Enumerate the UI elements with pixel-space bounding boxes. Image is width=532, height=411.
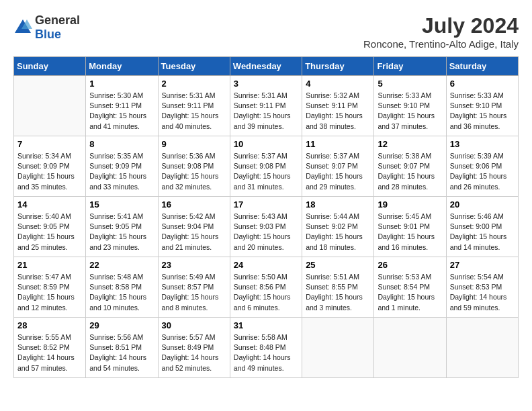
day-info: Sunrise: 5:36 AM Sunset: 9:08 PM Dayligh…	[162, 151, 226, 192]
calendar-day: 4Sunrise: 5:32 AM Sunset: 9:11 PM Daylig…	[302, 76, 374, 136]
weekday-header-friday: Friday	[374, 57, 446, 76]
day-number: 8	[89, 139, 154, 149]
day-number: 30	[162, 320, 226, 330]
day-info: Sunrise: 5:30 AM Sunset: 9:11 PM Dayligh…	[89, 91, 154, 132]
day-number: 15	[89, 199, 154, 210]
day-number: 13	[450, 139, 515, 149]
day-info: Sunrise: 5:37 AM Sunset: 9:08 PM Dayligh…	[234, 151, 298, 192]
day-info: Sunrise: 5:42 AM Sunset: 9:04 PM Dayligh…	[162, 212, 226, 253]
title-block: July 2024 Roncone, Trentino-Alto Adige, …	[363, 13, 519, 50]
day-number: 18	[306, 199, 370, 210]
day-number: 10	[234, 139, 298, 149]
day-number: 21	[17, 260, 82, 270]
calendar-week-3: 14Sunrise: 5:40 AM Sunset: 9:05 PM Dayli…	[14, 197, 519, 257]
calendar-day: 17Sunrise: 5:43 AM Sunset: 9:03 PM Dayli…	[230, 197, 302, 257]
calendar-day: 30Sunrise: 5:57 AM Sunset: 8:49 PM Dayli…	[158, 318, 230, 378]
calendar-day: 23Sunrise: 5:49 AM Sunset: 8:57 PM Dayli…	[158, 257, 230, 318]
calendar-day: 10Sunrise: 5:37 AM Sunset: 9:08 PM Dayli…	[230, 136, 302, 197]
calendar-day: 21Sunrise: 5:47 AM Sunset: 8:59 PM Dayli…	[14, 257, 86, 318]
day-info: Sunrise: 5:43 AM Sunset: 9:03 PM Dayligh…	[234, 212, 298, 253]
calendar-day: 26Sunrise: 5:53 AM Sunset: 8:54 PM Dayli…	[374, 257, 446, 318]
day-number: 19	[378, 199, 442, 210]
calendar-day: 1Sunrise: 5:30 AM Sunset: 9:11 PM Daylig…	[86, 76, 158, 136]
day-info: Sunrise: 5:55 AM Sunset: 8:52 PM Dayligh…	[17, 332, 82, 373]
calendar-day: 24Sunrise: 5:50 AM Sunset: 8:56 PM Dayli…	[230, 257, 302, 318]
day-number: 6	[450, 79, 515, 89]
logo-line2: Blue	[35, 28, 80, 42]
weekday-header-saturday: Saturday	[446, 57, 518, 76]
day-number: 12	[378, 139, 442, 149]
logo-icon	[13, 18, 32, 37]
day-number: 14	[17, 199, 82, 210]
calendar-day: 20Sunrise: 5:46 AM Sunset: 9:00 PM Dayli…	[446, 197, 518, 257]
calendar-day: 12Sunrise: 5:38 AM Sunset: 9:07 PM Dayli…	[374, 136, 446, 197]
calendar-day: 3Sunrise: 5:31 AM Sunset: 9:11 PM Daylig…	[230, 76, 302, 136]
calendar-day: 25Sunrise: 5:51 AM Sunset: 8:55 PM Dayli…	[302, 257, 374, 318]
calendar-day: 18Sunrise: 5:44 AM Sunset: 9:02 PM Dayli…	[302, 197, 374, 257]
calendar-day: 7Sunrise: 5:34 AM Sunset: 9:09 PM Daylig…	[14, 136, 86, 197]
day-number: 3	[234, 79, 298, 89]
day-number: 29	[89, 320, 154, 330]
day-number: 24	[234, 260, 298, 270]
day-number: 28	[17, 320, 82, 330]
day-info: Sunrise: 5:37 AM Sunset: 9:07 PM Dayligh…	[306, 151, 370, 192]
day-number: 27	[450, 260, 515, 270]
day-info: Sunrise: 5:47 AM Sunset: 8:59 PM Dayligh…	[17, 272, 82, 313]
calendar-day	[446, 318, 518, 378]
calendar-day	[302, 318, 374, 378]
day-info: Sunrise: 5:57 AM Sunset: 8:49 PM Dayligh…	[162, 332, 226, 373]
calendar-day: 11Sunrise: 5:37 AM Sunset: 9:07 PM Dayli…	[302, 136, 374, 197]
day-number: 25	[306, 260, 370, 270]
day-number: 9	[162, 139, 226, 149]
calendar-day: 28Sunrise: 5:55 AM Sunset: 8:52 PM Dayli…	[14, 318, 86, 378]
day-info: Sunrise: 5:54 AM Sunset: 8:53 PM Dayligh…	[450, 272, 515, 313]
calendar-day: 27Sunrise: 5:54 AM Sunset: 8:53 PM Dayli…	[446, 257, 518, 318]
calendar-week-4: 21Sunrise: 5:47 AM Sunset: 8:59 PM Dayli…	[14, 257, 519, 318]
calendar-day: 8Sunrise: 5:35 AM Sunset: 9:09 PM Daylig…	[86, 136, 158, 197]
day-number: 20	[450, 199, 515, 210]
calendar-day: 5Sunrise: 5:33 AM Sunset: 9:10 PM Daylig…	[374, 76, 446, 136]
calendar-week-2: 7Sunrise: 5:34 AM Sunset: 9:09 PM Daylig…	[14, 136, 519, 197]
day-number: 17	[234, 199, 298, 210]
logo: General Blue	[13, 13, 80, 42]
day-info: Sunrise: 5:58 AM Sunset: 8:48 PM Dayligh…	[234, 332, 298, 373]
day-info: Sunrise: 5:32 AM Sunset: 9:11 PM Dayligh…	[306, 91, 370, 132]
day-info: Sunrise: 5:48 AM Sunset: 8:58 PM Dayligh…	[89, 272, 154, 313]
calendar-day: 29Sunrise: 5:56 AM Sunset: 8:51 PM Dayli…	[86, 318, 158, 378]
calendar-day: 13Sunrise: 5:39 AM Sunset: 9:06 PM Dayli…	[446, 136, 518, 197]
day-number: 26	[378, 260, 442, 270]
day-info: Sunrise: 5:44 AM Sunset: 9:02 PM Dayligh…	[306, 212, 370, 253]
day-number: 16	[162, 199, 226, 210]
day-info: Sunrise: 5:33 AM Sunset: 9:10 PM Dayligh…	[378, 91, 442, 132]
day-info: Sunrise: 5:35 AM Sunset: 9:09 PM Dayligh…	[89, 151, 154, 192]
calendar-day	[374, 318, 446, 378]
calendar-day	[14, 76, 86, 136]
day-number: 22	[89, 260, 154, 270]
day-number: 5	[378, 79, 442, 89]
month-year: July 2024	[363, 13, 519, 38]
day-number: 23	[162, 260, 226, 270]
calendar-day: 22Sunrise: 5:48 AM Sunset: 8:58 PM Dayli…	[86, 257, 158, 318]
logo-line1: General	[35, 13, 80, 28]
day-info: Sunrise: 5:33 AM Sunset: 9:10 PM Dayligh…	[450, 91, 515, 132]
day-number: 2	[162, 79, 226, 89]
weekday-header-thursday: Thursday	[302, 57, 374, 76]
calendar-week-5: 28Sunrise: 5:55 AM Sunset: 8:52 PM Dayli…	[14, 318, 519, 378]
calendar-day: 31Sunrise: 5:58 AM Sunset: 8:48 PM Dayli…	[230, 318, 302, 378]
calendar-day: 15Sunrise: 5:41 AM Sunset: 9:05 PM Dayli…	[86, 197, 158, 257]
day-info: Sunrise: 5:34 AM Sunset: 9:09 PM Dayligh…	[17, 151, 82, 192]
calendar-day: 9Sunrise: 5:36 AM Sunset: 9:08 PM Daylig…	[158, 136, 230, 197]
page-header: General Blue July 2024 Roncone, Trentino…	[13, 13, 519, 50]
day-number: 4	[306, 79, 370, 89]
day-info: Sunrise: 5:53 AM Sunset: 8:54 PM Dayligh…	[378, 272, 442, 313]
day-info: Sunrise: 5:41 AM Sunset: 9:05 PM Dayligh…	[89, 212, 154, 253]
day-number: 1	[89, 79, 154, 89]
day-info: Sunrise: 5:46 AM Sunset: 9:00 PM Dayligh…	[450, 212, 515, 253]
day-info: Sunrise: 5:38 AM Sunset: 9:07 PM Dayligh…	[378, 151, 442, 192]
day-number: 7	[17, 139, 82, 149]
day-info: Sunrise: 5:40 AM Sunset: 9:05 PM Dayligh…	[17, 212, 82, 253]
weekday-header-sunday: Sunday	[14, 57, 86, 76]
calendar-day: 2Sunrise: 5:31 AM Sunset: 9:11 PM Daylig…	[158, 76, 230, 136]
day-number: 31	[234, 320, 298, 330]
day-info: Sunrise: 5:50 AM Sunset: 8:56 PM Dayligh…	[234, 272, 298, 313]
